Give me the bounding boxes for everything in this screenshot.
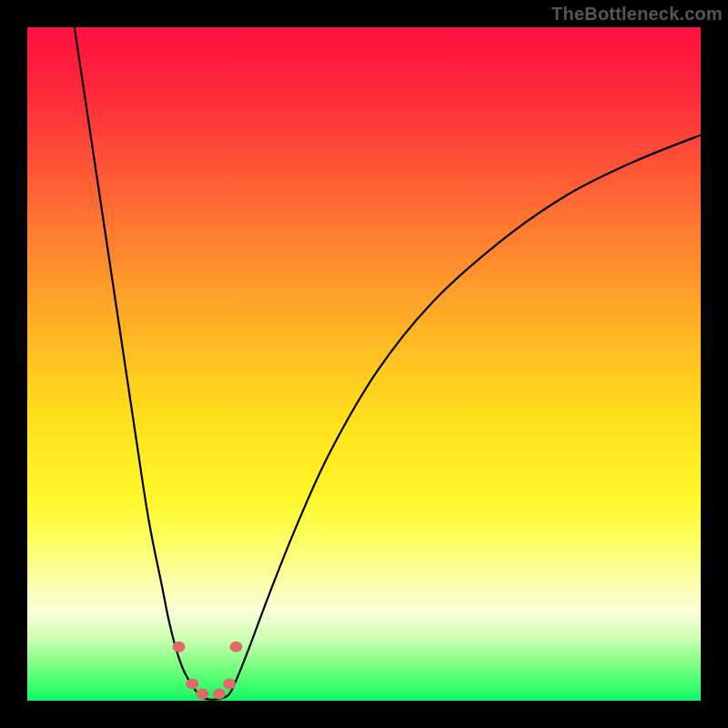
valley-marker [196,689,208,700]
valley-marker [173,642,186,652]
curve-layer [27,27,701,701]
valley-marker [223,679,236,690]
bottleneck-curve [75,27,701,700]
attribution-text: TheBottleneck.com [551,4,723,25]
plot-area [27,27,701,701]
valley-marker [229,642,242,652]
valley-marker [186,679,198,690]
chart-frame: TheBottleneck.com [0,0,728,728]
valley-marker [213,689,226,700]
